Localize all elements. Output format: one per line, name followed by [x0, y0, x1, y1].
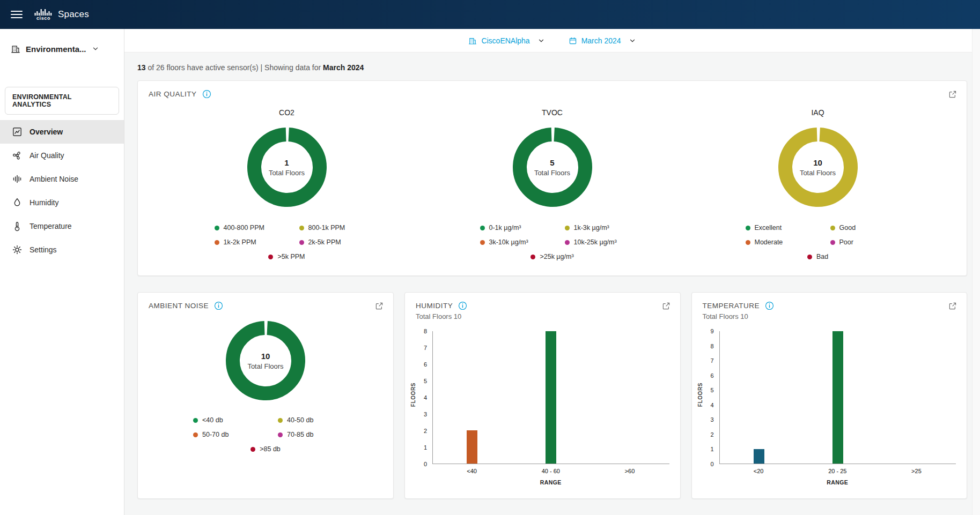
- humidity-card: HUMIDITY Total Floors 10 FLOO: [404, 292, 681, 499]
- account-label: Environmenta...: [26, 44, 86, 54]
- legend-label: Moderate: [755, 238, 783, 246]
- cisco-logo-bars: [34, 9, 53, 16]
- card-title: TEMPERATURE: [703, 302, 760, 310]
- air-quality-icon: [12, 150, 23, 161]
- second-card-row: AMBIENT NOISE 10Total Floors <40 db40-50…: [137, 292, 967, 499]
- external-link-icon[interactable]: [948, 90, 957, 99]
- building-icon: [468, 36, 477, 45]
- legend-item: 2k-5k PPM: [299, 238, 359, 246]
- legend-label: 2k-5k PPM: [308, 238, 341, 246]
- app-name: Spaces: [58, 9, 89, 20]
- legend-label: 70-85 db: [287, 431, 313, 438]
- bar-column: [798, 331, 877, 464]
- info-icon[interactable]: [765, 301, 774, 310]
- external-link-icon[interactable]: [948, 302, 957, 310]
- card-subtitle: Total Floors 10: [405, 310, 680, 320]
- y-tick-label: 8: [710, 343, 713, 349]
- bar-column: [877, 331, 956, 464]
- ambient-noise-donut-chart: 10Total Floors: [223, 318, 308, 404]
- y-axis-label-wrap: FLOORS: [697, 331, 703, 486]
- iaq-legend: ExcellentGoodModeratePoorBad: [746, 224, 890, 260]
- tvoc-donut-block: TVOC 5Total Floors 0-1k µg/m³1k-3k µg/m³…: [419, 103, 685, 260]
- info-icon[interactable]: [458, 301, 467, 310]
- account-selector[interactable]: Environmenta...: [0, 38, 124, 60]
- y-tick-label: 9: [710, 329, 713, 334]
- donut-title: IAQ: [811, 108, 824, 117]
- page-layout: Environmenta... ENVIRONMENTAL ANALYTICS …: [0, 29, 980, 515]
- x-tick-label: 20 - 25: [798, 464, 877, 474]
- temperature-card: TEMPERATURE Total Floors 10 F: [691, 292, 968, 499]
- hamburger-menu-icon[interactable]: [11, 11, 23, 18]
- y-axis-ticks: 0123456789: [703, 331, 719, 464]
- dashboard-content: 13 of 26 floors have active sensor(s) | …: [124, 53, 980, 515]
- legend-item: 3k-10k µg/m³: [480, 238, 540, 246]
- x-tick-label: >60: [590, 464, 669, 474]
- legend-label: 400-800 PPM: [224, 224, 264, 232]
- sidebar-item-label: Ambient Noise: [30, 175, 78, 183]
- sidebar-item-settings[interactable]: Settings: [0, 238, 124, 262]
- legend-item: 70-85 db: [278, 431, 338, 438]
- sidebar-item-overview[interactable]: Overview: [0, 120, 124, 144]
- legend-label: 50-70 db: [202, 431, 229, 438]
- legend-label: 1k-3k µg/m³: [574, 224, 609, 232]
- card-title: AIR QUALITY: [149, 90, 197, 98]
- scrollbar-track[interactable]: [972, 29, 980, 515]
- legend-item: >85 db: [250, 445, 281, 453]
- sidebar: Environmenta... ENVIRONMENTAL ANALYTICS …: [0, 29, 124, 515]
- legend-item: 40-50 db: [278, 416, 338, 424]
- sidebar-item-ambient-noise[interactable]: Ambient Noise: [0, 167, 124, 191]
- legend-dot: [480, 240, 485, 245]
- y-tick-label: 7: [424, 345, 427, 351]
- cisco-logo[interactable]: cisco: [34, 9, 53, 21]
- legend-label: >5k PPM: [277, 253, 305, 260]
- y-tick-label: 4: [710, 402, 713, 408]
- donut-title: TVOC: [542, 108, 563, 117]
- ambient-noise-icon: [12, 174, 23, 184]
- legend-item: Good: [830, 224, 890, 232]
- sidebar-item-humidity[interactable]: Humidity: [0, 191, 124, 214]
- x-axis-categories: <2020 - 25>25: [719, 464, 956, 474]
- sidebar-item-label: Air Quality: [30, 151, 64, 160]
- active-floor-count: 13: [137, 63, 146, 72]
- legend-label: 10k-25k µg/m³: [574, 238, 617, 246]
- donut-center-label: 10Total Floors: [223, 318, 308, 404]
- bar: [467, 430, 477, 464]
- chevron-down-icon: [92, 45, 99, 53]
- x-tick-label: >25: [877, 464, 956, 474]
- ambient-noise-card: AMBIENT NOISE 10Total Floors <40 db40-50…: [137, 292, 394, 499]
- info-icon[interactable]: [202, 89, 211, 99]
- card-header: HUMIDITY: [405, 293, 680, 310]
- external-link-icon[interactable]: [375, 302, 384, 310]
- legend-label: 800-1k PPM: [308, 224, 345, 232]
- status-line: 13 of 26 floors have active sensor(s) | …: [137, 63, 967, 72]
- month-selector[interactable]: March 2024: [569, 36, 636, 45]
- sidebar-item-label: Humidity: [30, 198, 58, 207]
- temperature-bar-chart: FLOORS 0123456789 <2020 - 25>25 RA: [697, 331, 956, 486]
- donut-total: 10: [261, 352, 270, 361]
- legend-dot: [193, 418, 198, 423]
- location-selector[interactable]: CiscoENAlpha: [468, 36, 544, 45]
- sidebar-item-air-quality[interactable]: Air Quality: [0, 144, 124, 167]
- sidebar-item-temperature[interactable]: Temperature: [0, 214, 124, 238]
- card-subtitle: Total Floors 10: [692, 310, 967, 320]
- y-tick-label: 0: [424, 461, 427, 467]
- external-link-icon[interactable]: [662, 302, 670, 310]
- bar-column: [512, 331, 591, 464]
- legend-item: 1k-3k µg/m³: [565, 224, 625, 232]
- legend-label: 1k-2k PPM: [224, 238, 256, 246]
- bar-column: [720, 331, 799, 464]
- card-header: AMBIENT NOISE: [138, 293, 393, 310]
- temperature-icon: [12, 221, 23, 232]
- cisco-wordmark: cisco: [36, 16, 50, 21]
- chevron-down-icon: [629, 37, 636, 44]
- y-tick-label: 5: [424, 378, 427, 384]
- main-content: CiscoENAlpha March 2024 13 of 26 floor: [124, 29, 980, 515]
- info-icon[interactable]: [214, 301, 223, 310]
- sidebar-item-label: Overview: [30, 128, 63, 136]
- donut-center-label: 10Total Floors: [775, 124, 861, 210]
- humidity-bar-chart: FLOORS 012345678 <4040 - 60>60 RAN: [410, 331, 669, 486]
- donut-center-label: 1Total Floors: [244, 124, 330, 210]
- plot-area: [432, 331, 669, 464]
- legend-item: 1k-2k PPM: [215, 238, 275, 246]
- y-tick-label: 2: [424, 428, 427, 434]
